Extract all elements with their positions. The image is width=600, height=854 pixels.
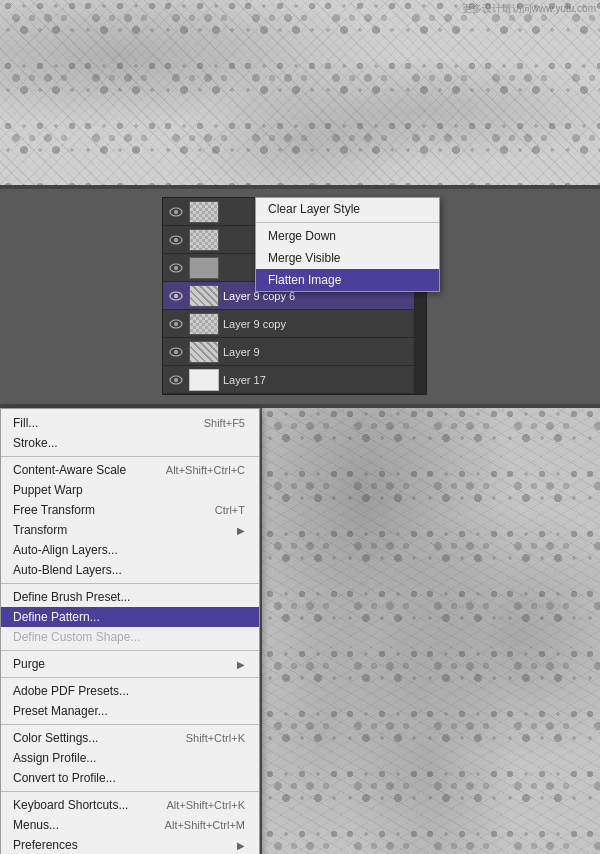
edit-menu-preset-manager-label: Preset Manager... <box>13 704 108 718</box>
edit-menu-fill[interactable]: Fill... Shift+F5 <box>1 413 259 433</box>
edit-menu-fill-shortcut: Shift+F5 <box>204 417 245 429</box>
arrow-icon: ▶ <box>237 525 245 536</box>
layer-name-text: Layer 9 copy <box>223 318 422 330</box>
layer-thumbnail <box>189 229 219 251</box>
eye-icon[interactable] <box>167 287 185 305</box>
edit-menu-keyboard-shortcuts-label: Keyboard Shortcuts... <box>13 798 128 812</box>
layer-thumbnail <box>189 285 219 307</box>
arrow-icon: ▶ <box>237 659 245 670</box>
lace-overlay-bottom <box>262 408 600 854</box>
layer-name-text: Layer 9 <box>223 346 422 358</box>
edit-menu-content-aware-scale[interactable]: Content-Aware Scale Alt+Shift+Ctrl+C <box>1 460 259 480</box>
edit-menu-define-custom-shape: Define Custom Shape... <box>1 627 259 647</box>
edit-menu-define-custom-shape-label: Define Custom Shape... <box>13 630 140 644</box>
edit-menu-define-pattern-label: Define Pattern... <box>13 610 100 624</box>
edit-menu-define-pattern[interactable]: Define Pattern... <box>1 607 259 627</box>
eye-icon[interactable] <box>167 371 185 389</box>
edit-menu-divider <box>1 677 259 678</box>
edit-menu-assign-profile-label: Assign Profile... <box>13 751 96 765</box>
svg-point-9 <box>174 322 178 326</box>
edit-menu-content-aware-scale-label: Content-Aware Scale <box>13 463 126 477</box>
context-menu-divider <box>256 222 439 223</box>
edit-menu-auto-align-layers-label: Auto-Align Layers... <box>13 543 118 557</box>
edit-menu-adobe-pdf-presets-label: Adobe PDF Presets... <box>13 684 129 698</box>
edit-menu-divider <box>1 724 259 725</box>
context-menu-clear-layer-style[interactable]: Clear Layer Style <box>256 198 439 220</box>
context-menu-flatten-image[interactable]: Flatten Image <box>256 269 439 291</box>
edit-menu-menus-label: Menus... <box>13 818 59 832</box>
edit-menu-auto-blend-layers-label: Auto-Blend Layers... <box>13 563 122 577</box>
edit-menu-free-transform-shortcut: Ctrl+T <box>215 504 245 516</box>
layer-thumbnail <box>189 201 219 223</box>
edit-menu-preset-manager[interactable]: Preset Manager... <box>1 701 259 721</box>
edit-menu-transform[interactable]: Transform ▶ <box>1 520 259 540</box>
svg-point-1 <box>174 210 178 214</box>
bottom-section: Fill... Shift+F5 Stroke... Content-Aware… <box>0 408 600 854</box>
context-menu-merge-visible[interactable]: Merge Visible <box>256 247 439 269</box>
edit-menu-menus[interactable]: Menus... Alt+Shift+Ctrl+M <box>1 815 259 835</box>
svg-point-3 <box>174 238 178 242</box>
svg-point-7 <box>174 294 178 298</box>
edit-menu-auto-align-layers[interactable]: Auto-Align Layers... <box>1 540 259 560</box>
edit-menu-transform-label: Transform <box>13 523 67 537</box>
edit-menu-stroke[interactable]: Stroke... <box>1 433 259 453</box>
canvas-pattern-top <box>0 0 600 185</box>
edit-menu-adobe-pdf-presets[interactable]: Adobe PDF Presets... <box>1 681 259 701</box>
edit-menu-color-settings-shortcut: Shift+Ctrl+K <box>186 732 245 744</box>
edit-menu-color-settings[interactable]: Color Settings... Shift+Ctrl+K <box>1 728 259 748</box>
layer-thumbnail <box>189 341 219 363</box>
eye-icon[interactable] <box>167 203 185 221</box>
top-canvas-area: 更多设计请访问www.yutu.com <box>0 0 600 185</box>
edit-menu-color-settings-label: Color Settings... <box>13 731 98 745</box>
eye-icon[interactable] <box>167 231 185 249</box>
edit-menu-free-transform[interactable]: Free Transform Ctrl+T <box>1 500 259 520</box>
edit-menu-convert-to-profile-label: Convert to Profile... <box>13 771 116 785</box>
layer-name-text: Layer 17 <box>223 374 422 386</box>
edit-menu-dropdown[interactable]: Fill... Shift+F5 Stroke... Content-Aware… <box>0 408 260 854</box>
edit-menu-preferences[interactable]: Preferences ▶ <box>1 835 259 854</box>
bottom-canvas-area <box>262 408 600 854</box>
middle-section: Layer 9 copy 6 Layer 9 copy Layer 9 Laye… <box>0 189 600 404</box>
edit-menu-preferences-label: Preferences <box>13 838 78 852</box>
layer-context-menu[interactable]: Clear Layer Style Merge Down Merge Visib… <box>255 197 440 292</box>
edit-menu-content-aware-scale-shortcut: Alt+Shift+Ctrl+C <box>166 464 245 476</box>
edit-menu-divider <box>1 791 259 792</box>
svg-point-13 <box>174 378 178 382</box>
edit-menu-keyboard-shortcuts-shortcut: Alt+Shift+Ctrl+K <box>166 799 245 811</box>
lace-overlay-top <box>0 0 600 185</box>
edit-menu-purge[interactable]: Purge ▶ <box>1 654 259 674</box>
edit-menu-menus-shortcut: Alt+Shift+Ctrl+M <box>165 819 245 831</box>
layer-thumbnail <box>189 257 219 279</box>
layer-row[interactable]: Layer 17 <box>163 366 426 394</box>
edit-menu-divider <box>1 650 259 651</box>
edit-menu-define-brush-preset[interactable]: Define Brush Preset... <box>1 587 259 607</box>
svg-point-11 <box>174 350 178 354</box>
context-menu-merge-down[interactable]: Merge Down <box>256 225 439 247</box>
edit-menu-divider <box>1 456 259 457</box>
watermark-text: 更多设计请访问www.yutu.com <box>462 2 596 16</box>
layer-thumbnail <box>189 369 219 391</box>
edit-menu-stroke-label: Stroke... <box>13 436 58 450</box>
canvas-pattern-bottom <box>262 408 600 854</box>
layer-thumbnail <box>189 313 219 335</box>
edit-menu-assign-profile[interactable]: Assign Profile... <box>1 748 259 768</box>
eye-icon[interactable] <box>167 343 185 361</box>
edit-menu-auto-blend-layers[interactable]: Auto-Blend Layers... <box>1 560 259 580</box>
edit-menu-free-transform-label: Free Transform <box>13 503 95 517</box>
edit-menu-divider <box>1 583 259 584</box>
layer-row[interactable]: Layer 9 <box>163 338 426 366</box>
edit-menu-puppet-warp[interactable]: Puppet Warp <box>1 480 259 500</box>
edit-menu-define-brush-preset-label: Define Brush Preset... <box>13 590 130 604</box>
edit-menu-convert-to-profile[interactable]: Convert to Profile... <box>1 768 259 788</box>
eye-icon[interactable] <box>167 315 185 333</box>
edit-menu-fill-label: Fill... <box>13 416 38 430</box>
edit-menu-puppet-warp-label: Puppet Warp <box>13 483 83 497</box>
eye-icon[interactable] <box>167 259 185 277</box>
arrow-icon: ▶ <box>237 840 245 851</box>
edit-menu-purge-label: Purge <box>13 657 45 671</box>
layer-row[interactable]: Layer 9 copy <box>163 310 426 338</box>
svg-point-5 <box>174 266 178 270</box>
edit-menu-keyboard-shortcuts[interactable]: Keyboard Shortcuts... Alt+Shift+Ctrl+K <box>1 795 259 815</box>
